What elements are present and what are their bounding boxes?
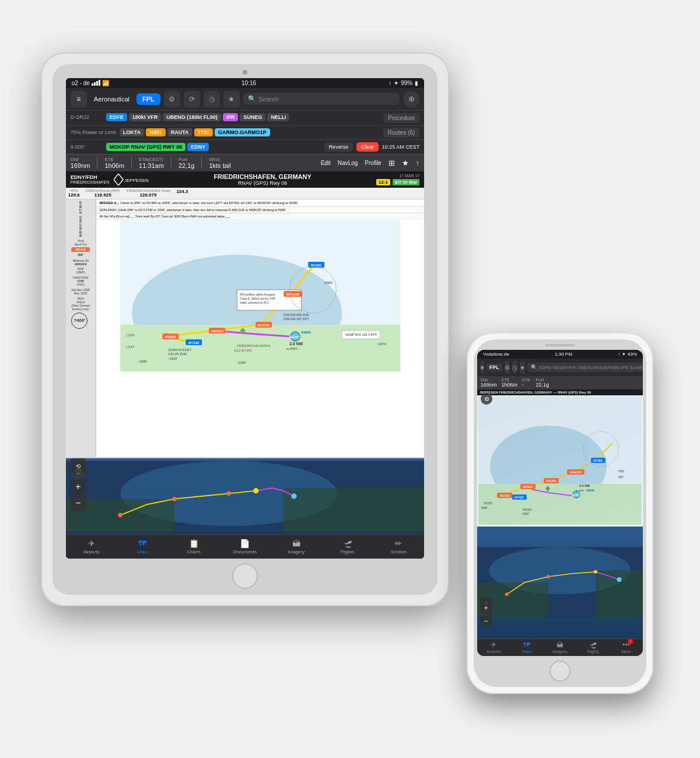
carrier-label: o2 - de [72,80,90,86]
tag-edny[interactable]: EDNY [187,143,209,151]
tag-lokta[interactable]: LOKTA [120,128,144,136]
iphone-airports-label: Airports [487,650,501,654]
clear-button[interactable]: Clear [356,142,379,152]
documents-tab-label: Documents [233,549,257,555]
tag-mokop-rnav[interactable]: MOKOP RNAV (GPS) RWY 06 [106,143,186,151]
favorites-button[interactable]: ★ [223,91,240,107]
zoom-in-button[interactable]: + [71,479,86,494]
svg-point-94 [594,570,597,574]
map-area[interactable]: EDNY/FDH FRIEDRICHSHAFEN JEPPESEN FRIEDR… [66,171,424,534]
tab-maps[interactable]: 🗺 Maps [117,537,169,556]
iphone-favorites-button[interactable]: ★ [520,361,525,374]
iphone-fpl-button[interactable]: FPL [487,363,502,371]
copy-icon[interactable]: ⊞ [388,159,395,167]
tag-nelli[interactable]: NELLI [267,113,289,121]
settings-button[interactable]: ⚙ [164,91,180,107]
tag-garmo[interactable]: GARMO.GARMO1P [215,128,270,136]
iphone-zoom-out[interactable]: − [480,615,492,627]
fuel-label: Fuel [178,157,195,162]
scene: o2 - de 📶 10:16 ↑ ✦ 99% [29,29,671,729]
tab-airports[interactable]: ✈ Airports [66,537,117,556]
reverse-button[interactable]: Reverse [324,142,354,152]
chart-version-badge: 12-1 [376,179,390,185]
iphone-zoom-in[interactable]: + [480,602,492,614]
iphone-settings-button[interactable]: ⚙ [505,361,510,374]
iphone-layers-button[interactable]: ≡ [481,361,484,374]
tag-t732[interactable]: T732 [194,128,214,136]
svg-text:IFR profiles within Airspace: IFR profiles within Airspace [240,293,275,296]
chart-title: FRIEDRICHSHAFEN, GERMANY RNAV (GPS) Rwy … [153,173,372,186]
edit-button[interactable]: Edit [321,160,331,166]
search-placeholder: Search [258,96,279,103]
iphone-map-background: JEPPESEN FRIEDRICHSHAFEN, GERMANY — RNAV… [477,389,643,638]
star-icon[interactable]: ★ [402,159,409,167]
procedure-button[interactable]: Procedure [383,113,419,123]
documents-icon: 📄 [240,539,250,548]
iphone-clock-button[interactable]: ◷ [512,361,517,374]
tab-flights[interactable]: 🛫 Flights [322,537,373,556]
iphone-time: 1:30 PM [555,352,572,357]
search-bar[interactable]: 🔍 Search [243,93,400,105]
tag-ifr[interactable]: IFR [223,113,239,121]
chart-body: BRIEFING STRIP FinalApch Crs RAUTA 058° … [66,199,424,457]
chart-airport-name: FRIEDRICHSHAFEN, GERMANY [153,173,372,180]
iphone-tab-more[interactable]: ••• More [610,641,643,654]
svg-text:traffic unknown to ATC.: traffic unknown to ATC. [240,301,270,304]
time-display: 10:25 AM CEST [382,144,420,150]
tag-edfe[interactable]: EDFE [106,113,127,121]
iphone-tab-flights[interactable]: 🛫 Flights [576,641,610,654]
tab-imagery[interactable]: 🏔 Imagery [271,537,322,556]
iphone-device: Vodafone.de 1:30 PM ↑ ✦ 63% ≡ FPL ⚙ ◷ ★ [467,332,653,694]
tab-charts[interactable]: 📋 Charts [168,537,219,556]
iphone-tab-imagery[interactable]: 🏔 Imagery [544,641,577,654]
freq-zurich: *ATIS 129.6 [68,189,80,198]
routes-button[interactable]: Routes (6) [383,128,420,138]
iphone-screen: Vodafone.de 1:30 PM ↑ ✦ 63% ≡ FPL ⚙ ◷ ★ [477,350,643,656]
svg-text:NY481: NY481 [593,459,603,462]
svg-point-57 [226,492,230,496]
svg-text:4500': 4500' [481,507,488,510]
zoom-out-button[interactable]: − [71,496,86,511]
svg-point-59 [291,494,296,499]
iphone-maps-label: Maps [522,650,532,654]
missed-approach-text: MISSED A... Climb to 058° to NY480 or 20… [96,199,424,207]
sync-button[interactable]: ⟳ [184,91,200,107]
iphone-map[interactable]: JEPPESEN FRIEDRICHSHAFEN, GERMANY — RNAV… [477,389,643,638]
fpl-button[interactable]: FPL [136,93,160,105]
tag-ubeno[interactable]: UBENO (180kt FL90) [163,113,221,121]
iphone-map-settings[interactable]: ⚙ [481,393,492,405]
svg-point-55 [118,513,122,517]
svg-text:2.0 NM: 2.0 NM [289,342,303,346]
ipad-time: 10:16 [242,80,256,86]
iphone-chart-header: JEPPESEN FRIEDRICHSHAFEN, GERMANY — RNAV… [477,389,643,395]
iphone-tab-maps[interactable]: 🗺 Maps [510,641,544,654]
share-icon[interactable]: ↑ [416,159,420,167]
iphone-tab-airports[interactable]: ✈ Airports [477,641,510,654]
iphone-home-button[interactable] [550,661,570,682]
ipad-home-button[interactable] [232,563,258,589]
globe-button[interactable]: ⊕ [403,91,419,107]
tag-suneg[interactable]: SUNEG [240,113,265,121]
layers-button[interactable]: ≡ [71,91,87,107]
svg-text:↑1910': ↑1910' [168,357,177,360]
profile-button[interactable]: Profile [365,160,381,166]
svg-text:(112.6) FHD: (112.6) FHD [234,349,251,352]
ipad-screen: o2 - de 📶 10:16 ↑ ✦ 99% [66,78,424,559]
tag-n851[interactable]: N851 [146,128,166,136]
power-label: 75% Power or Limit [71,129,116,135]
connections-button[interactable]: ⟲ [71,458,86,473]
tab-documents[interactable]: 📄 Documents [219,537,271,556]
navlog-button[interactable]: NavLog [338,160,358,166]
briefing-strip: BRIEFING STRIP FinalApch Crs RAUTA 058° … [66,199,96,457]
airports-tab-label: Airports [83,549,100,555]
iphone-search-bar[interactable]: 🔍 EDFE N0180VFR UBENO/N0180F090 IFR SUNE… [527,363,643,372]
jeppesen-chart: EDNY/FDH FRIEDRICHSHAFEN JEPPESEN FRIEDR… [66,171,424,458]
route-id: D-SR22 [71,113,103,120]
clock-button[interactable]: ◷ [204,91,220,107]
tab-scratch[interactable]: ✏ Scratch [373,537,424,556]
fuel-group: Fuel 22,1g [178,157,202,169]
svg-point-58 [253,488,258,493]
iphone-maps-icon: 🗺 [523,641,530,649]
tag-180kt-vfr[interactable]: 180kt VFR [129,113,162,121]
tag-rauta[interactable]: RAUTA [167,128,192,136]
